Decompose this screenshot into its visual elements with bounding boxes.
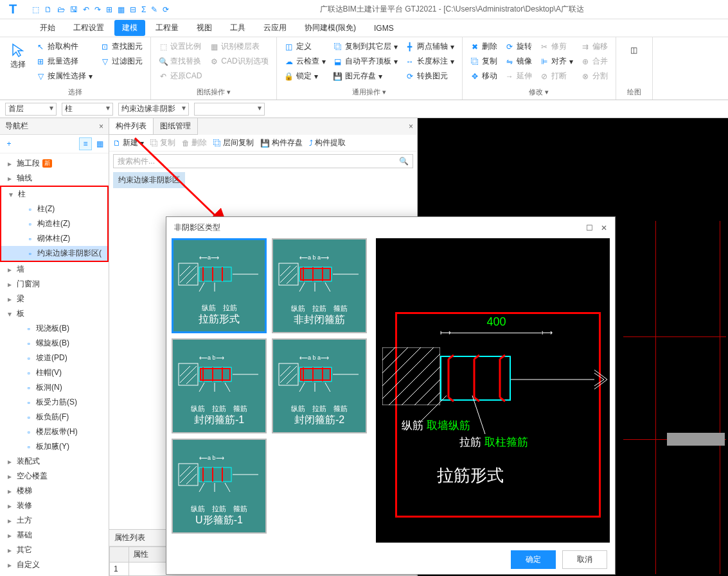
close-icon[interactable]: ✕ [601, 223, 607, 232]
identify-floor-table-button[interactable]: ▦识别楼层表 [207, 40, 271, 53]
add-icon[interactable]: + [3, 137, 15, 150]
convert-element-button[interactable]: ⟳转换图元 [403, 69, 457, 83]
type-selector[interactable]: 柱 [62, 103, 113, 116]
qat-icon[interactable]: ↶ [83, 5, 89, 14]
maximize-icon[interactable]: ☐ [586, 223, 593, 232]
pick-component-button[interactable]: ↖拾取构件 [33, 40, 95, 53]
select-by-attr-button[interactable]: ▽按属性选择 ▾ [33, 69, 95, 83]
layer-copy-button[interactable]: ⿻层间复制 [213, 137, 254, 148]
tree-item[interactable]: ▫柱帽(V) [0, 365, 109, 380]
tree-item[interactable]: ▫柱(Z) [1, 202, 107, 216]
merge-button[interactable]: ⊕合并 [578, 55, 610, 68]
tree-group[interactable]: ▸门窗洞 [0, 277, 109, 292]
set-scale-button[interactable]: ⬚设置比例 [156, 40, 204, 53]
tree-item[interactable]: ▫板加腋(Y) [0, 439, 109, 454]
menu-tab[interactable]: IGMS [366, 21, 402, 35]
tree-item[interactable]: ▫楼层板带(H) [0, 424, 109, 439]
type-tile[interactable]: ⟵a⟶ 纵筋 拉筋 拉筋形式 [172, 238, 267, 333]
auto-align-button[interactable]: ⬓自动平齐顶板 ▾ [331, 55, 400, 68]
find-element-button[interactable]: ⊡查找图元 [98, 40, 145, 53]
tree-group[interactable]: ▸施工段 新 [0, 156, 109, 171]
menu-tab[interactable]: 协同建模(限免) [297, 20, 364, 36]
length-dim-button[interactable]: ↔长度标注 ▾ [403, 55, 457, 68]
save-element-button[interactable]: 💾图元存盘 ▾ [331, 69, 400, 83]
tree-group[interactable]: ▸装修 [0, 498, 109, 513]
ok-button[interactable]: 确定 [511, 550, 556, 569]
mirror-button[interactable]: ⇋镜像 [502, 55, 535, 68]
tree-group[interactable]: ▸基础 [0, 528, 109, 543]
copy-comp-button[interactable]: ⿻复制 [150, 137, 175, 148]
cloud-check-button[interactable]: ☁云检查 ▾ [282, 55, 328, 68]
type-tile[interactable]: ⟵a b⟶ 纵筋 拉筋 箍筋 封闭箍筋-1 [172, 338, 267, 433]
offset-button[interactable]: ⇉偏移 [578, 40, 610, 53]
qat-icon[interactable]: ⟳ [163, 5, 169, 14]
tree-group[interactable]: ▸轴线 [0, 171, 109, 186]
tree-item[interactable]: ▫板洞(N) [0, 380, 109, 395]
menu-tab[interactable]: 工程设置 [66, 20, 112, 36]
extend-button[interactable]: →延伸 [502, 69, 535, 83]
menu-tab[interactable]: 工具 [222, 20, 253, 36]
tree-item[interactable]: ▫约束边缘非阴影区( [1, 246, 107, 261]
menu-tab[interactable]: 视图 [189, 20, 220, 36]
tree-group[interactable]: ▾柱 [1, 187, 107, 202]
pin-icon[interactable]: × [99, 122, 103, 131]
trim-button[interactable]: ✂修剪 [537, 40, 576, 53]
find-replace-button[interactable]: 🔍查找替换 [156, 55, 204, 68]
delete-button[interactable]: ✖删除 [468, 40, 500, 53]
lock-button[interactable]: 🔒锁定 ▾ [282, 69, 328, 83]
align2-button[interactable]: ⊫对齐 ▾ [537, 55, 576, 68]
comp-extract-button[interactable]: ⤴构件提取 [309, 137, 346, 148]
tree-group[interactable]: ▸自定义 [0, 557, 109, 572]
qat-icon[interactable]: Σ [141, 5, 146, 14]
view-grid-icon[interactable]: ▦ [93, 137, 106, 150]
delete-comp-button[interactable]: 🗑删除 [182, 137, 207, 148]
tab-component-list[interactable]: 构件列表 [109, 118, 154, 134]
type-tile[interactable]: ⟵a b a⟶ 纵筋 拉筋 箍筋 非封闭箍筋 [272, 238, 367, 333]
tree-item[interactable]: ▫砌体柱(Z) [1, 231, 107, 246]
menu-tab-active[interactable]: 建模 [114, 20, 145, 36]
qat-icon[interactable]: 🗋 [44, 5, 52, 14]
break-button[interactable]: ⊘打断 [537, 69, 576, 83]
cancel-button[interactable]: 取消 [562, 550, 607, 569]
cad-options-button[interactable]: ⚙CAD识别选项 [207, 55, 271, 68]
tree-group[interactable]: ▸墙 [0, 262, 109, 277]
menu-tab[interactable]: 云应用 [256, 20, 294, 36]
qat-icon[interactable]: ▦ [118, 5, 125, 14]
search-input[interactable]: 搜索构件... 🔍 [113, 154, 413, 168]
qat-icon[interactable]: ↷ [94, 5, 101, 14]
split-button[interactable]: ⊗分割 [578, 69, 610, 83]
copy-button[interactable]: ⿻复制 [468, 55, 500, 68]
filter-element-button[interactable]: ▽过滤图元 [98, 55, 145, 68]
tree-group[interactable]: ▸空心楼盖 [0, 469, 109, 484]
move-button[interactable]: ✥移动 [468, 69, 500, 83]
qat-icon[interactable]: 🖫 [70, 5, 78, 14]
instance-selector[interactable] [194, 103, 265, 116]
menu-tab[interactable]: 工程量 [148, 20, 186, 36]
restore-cad-button[interactable]: ↶还原CAD [156, 69, 204, 83]
select-button[interactable]: 选择 [5, 40, 31, 73]
type-tile[interactable]: ⟵a b a⟶ 纵筋 拉筋 箍筋 封闭箍筋-2 [272, 338, 367, 433]
new-button[interactable]: 🗋新建 ▾ [113, 137, 144, 148]
component-item[interactable]: 约束边缘非阴影区 [113, 172, 185, 188]
tree-item[interactable]: ▫现浇板(B) [0, 321, 109, 336]
tree-item[interactable]: ▫构造柱(Z) [1, 216, 107, 231]
view-list-icon[interactable]: ≡ [79, 137, 92, 150]
pin-icon[interactable]: × [405, 122, 417, 131]
qat-icon[interactable]: ✎ [151, 5, 157, 14]
tree-group[interactable]: ▸楼梯 [0, 484, 109, 498]
tree-group[interactable]: ▸其它 [0, 543, 109, 557]
rotate-button[interactable]: ⟳旋转 [502, 40, 535, 53]
define-button[interactable]: ◫定义 [282, 40, 328, 53]
tree-item[interactable]: ▫板受力筋(S) [0, 395, 109, 410]
tree-group[interactable]: ▸装配式 [0, 454, 109, 469]
qat-icon[interactable]: ⬚ [32, 5, 39, 14]
qat-icon[interactable]: ⊟ [130, 5, 136, 14]
tab-drawing-mgmt[interactable]: 图纸管理 [154, 118, 198, 134]
draw-button[interactable]: ◫ [621, 40, 647, 60]
menu-tab[interactable]: 开始 [32, 20, 63, 36]
tree-item[interactable]: ▫坡道(PD) [0, 351, 109, 365]
comp-save-button[interactable]: 💾构件存盘 [260, 137, 303, 148]
tree-item[interactable]: ▫板负筋(F) [0, 410, 109, 424]
floor-selector[interactable]: 首层 [5, 103, 57, 116]
copy-to-layer-button[interactable]: ⿻复制到其它层 ▾ [331, 40, 400, 53]
